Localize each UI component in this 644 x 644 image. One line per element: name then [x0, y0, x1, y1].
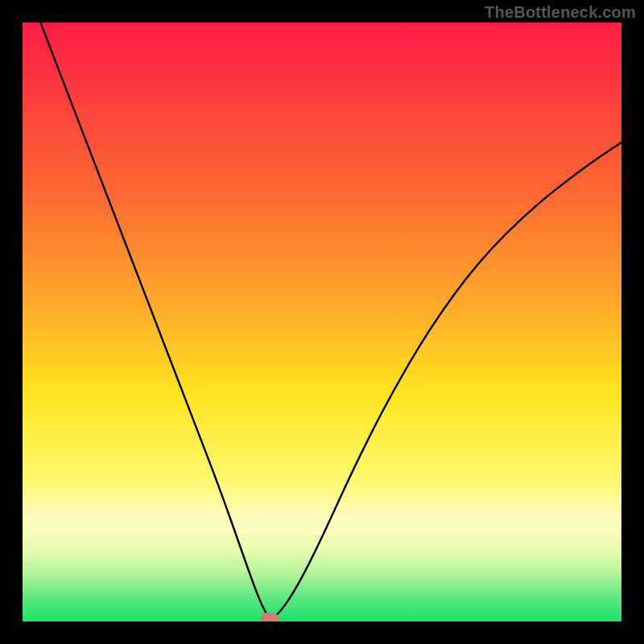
- bottleneck-curve: [23, 23, 621, 621]
- outer-frame: TheBottleneck.com: [0, 0, 644, 644]
- plot-area: [23, 23, 621, 621]
- optimal-point-marker: [261, 613, 279, 621]
- watermark-text: TheBottleneck.com: [485, 3, 636, 22]
